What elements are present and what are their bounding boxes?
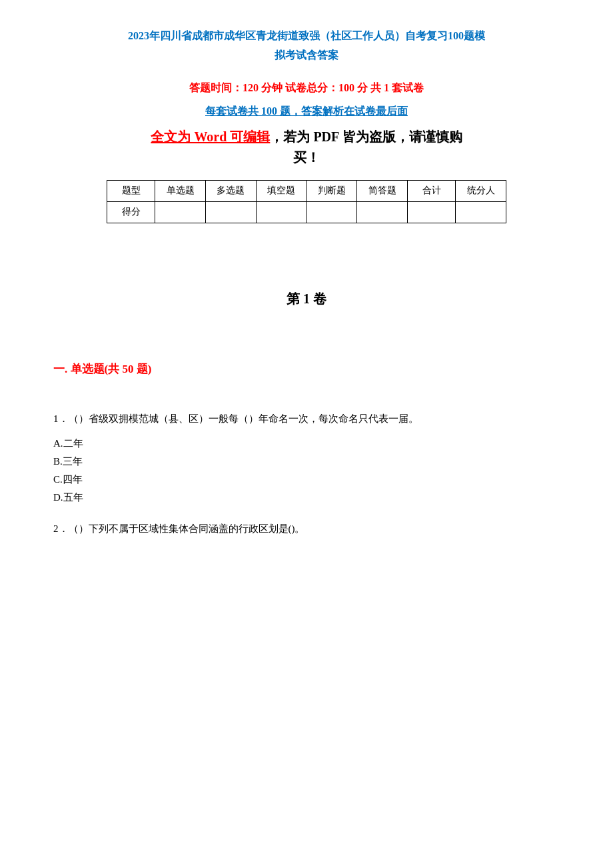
question-2-text: 2．（）下列不属于区域性集体合同涵盖的行政区划是()。 xyxy=(53,520,560,538)
question-1-option-c: C.四年 xyxy=(53,471,560,489)
score-table: 题型 单选题 多选题 填空题 判断题 简答题 合计 统分人 得分 xyxy=(107,180,506,223)
volume-title: 第 1 卷 xyxy=(53,290,560,308)
col-judge: 判断题 xyxy=(306,180,357,201)
cell-total-score xyxy=(407,201,455,223)
spacer-2 xyxy=(53,341,560,361)
col-type: 题型 xyxy=(107,180,155,201)
cell-multi-score xyxy=(205,201,256,223)
col-scorer: 统分人 xyxy=(456,180,506,201)
exam-info: 答题时间：120 分钟 试卷总分：100 分 共 1 套试卷 xyxy=(53,81,560,95)
word-notice-part2: ，若为 PDF 皆为盗版，请谨慎购 xyxy=(270,129,462,144)
section-title: 一. 单选题(共 50 题) xyxy=(53,361,560,377)
title-line1: 2023年四川省成都市成华区青龙街道致强（社区工作人员）自考复习100题模 xyxy=(53,27,560,46)
cell-single-score xyxy=(155,201,206,223)
word-notice-part1: 全文为 Word 可编辑 xyxy=(151,129,270,144)
row-label: 得分 xyxy=(107,201,155,223)
page-title: 2023年四川省成都市成华区青龙街道致强（社区工作人员）自考复习100题模 拟考… xyxy=(53,27,560,65)
spacer-3 xyxy=(53,390,560,410)
col-short: 简答题 xyxy=(357,180,408,201)
word-notice: 全文为 Word 可编辑，若为 PDF 皆为盗版，请谨慎购 xyxy=(53,128,560,146)
cell-short-score xyxy=(357,201,408,223)
question-1: 1．（）省级双拥模范城（县、区）一般每（）年命名一次，每次命名只代表一届。 A.… xyxy=(53,410,560,507)
spacer-1 xyxy=(53,237,560,290)
question-1-option-d: D.五年 xyxy=(53,489,560,507)
question-1-option-b: B.三年 xyxy=(53,453,560,471)
cell-judge-score xyxy=(306,201,357,223)
score-table-data-row: 得分 xyxy=(107,201,506,223)
question-2: 2．（）下列不属于区域性集体合同涵盖的行政区划是()。 xyxy=(53,520,560,538)
cell-scorer-val xyxy=(456,201,506,223)
score-table-header-row: 题型 单选题 多选题 填空题 判断题 简答题 合计 统分人 xyxy=(107,180,506,201)
question-1-option-a: A.二年 xyxy=(53,435,560,453)
cell-fill-score xyxy=(256,201,306,223)
question-1-text: 1．（）省级双拥模范城（县、区）一般每（）年命名一次，每次命名只代表一届。 xyxy=(53,410,560,428)
title-line2: 拟考试含答案 xyxy=(53,46,560,65)
col-multi: 多选题 xyxy=(205,180,256,201)
each-set-notice: 每套试卷共 100 题，答案解析在试卷最后面 xyxy=(53,105,560,119)
word-notice-line2: 买！ xyxy=(53,149,560,167)
col-fill: 填空题 xyxy=(256,180,306,201)
col-total: 合计 xyxy=(407,180,455,201)
col-single: 单选题 xyxy=(155,180,206,201)
